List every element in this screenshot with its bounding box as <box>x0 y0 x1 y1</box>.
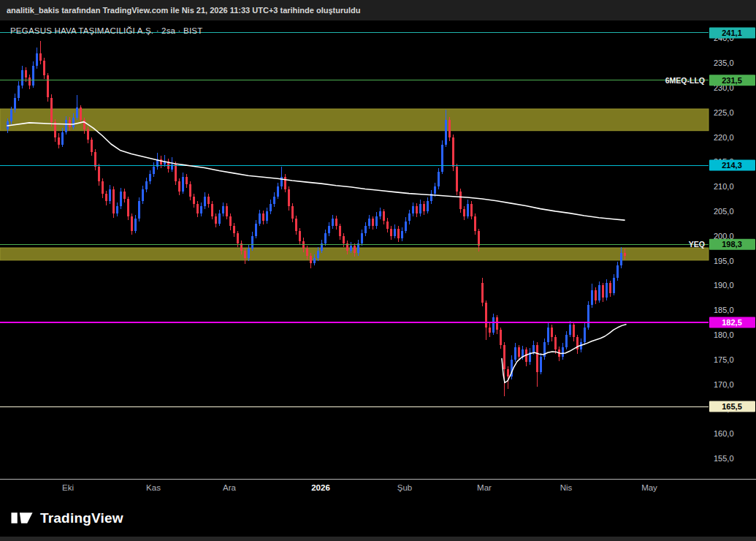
chart-title: PEGASUS HAVA TAŞIMACILIĞI A.Ş. · 2sa · B… <box>10 26 202 35</box>
tradingview-brand[interactable]: TradingView <box>40 510 123 526</box>
price-level-label-text: 231,5 <box>722 76 742 85</box>
price-axis-label: 195,0 <box>714 257 734 265</box>
price-axis[interactable]: 240,0235,0230,0225,0220,0215,0210,0205,0… <box>665 27 755 463</box>
levels-layer <box>0 33 709 406</box>
time-axis-label: Eki <box>62 483 74 492</box>
attribution-text: analitik_bakis tarafından TradingView.co… <box>7 6 360 15</box>
candlestick-chart[interactable]: EkiKasAra2026ŞubMarNisMay240,0235,0230,0… <box>0 20 756 499</box>
time-axis-label: 2026 <box>311 483 330 492</box>
attribution-bar: analitik_bakis tarafından TradingView.co… <box>0 0 756 20</box>
price-axis-label: 180,0 <box>714 330 734 339</box>
long-ma-line[interactable] <box>7 122 625 221</box>
zones-layer <box>0 109 709 260</box>
price-axis-label: 155,0 <box>714 454 734 463</box>
time-axis-label: Ara <box>223 483 237 492</box>
price-axis-label: 220,0 <box>714 133 734 142</box>
price-level-label-text: 165,5 <box>722 402 742 411</box>
time-axis[interactable]: EkiKasAra2026ŞubMarNisMay <box>0 479 756 492</box>
bottom-strip <box>0 537 756 541</box>
price-axis-label: 185,0 <box>714 306 734 314</box>
chart-area[interactable]: EkiKasAra2026ŞubMarNisMay240,0235,0230,0… <box>0 20 756 499</box>
time-axis-label: Nis <box>560 483 573 492</box>
time-axis-label: Şub <box>397 483 412 492</box>
price-axis-label: 170,0 <box>714 380 734 389</box>
price-zone[interactable] <box>0 109 709 131</box>
price-axis-label: 205,0 <box>714 207 734 216</box>
price-level-label-text: 182,5 <box>722 318 742 327</box>
price-level-label-text: 198,3 <box>722 240 742 249</box>
time-axis-label: Kas <box>146 483 161 492</box>
price-axis-label: 235,0 <box>714 58 734 67</box>
tradingview-logo-icon[interactable] <box>10 508 34 528</box>
price-axis-label: 225,0 <box>714 108 734 117</box>
price-axis-label: 190,0 <box>714 281 734 290</box>
candles-layer[interactable] <box>7 41 626 397</box>
time-axis-label: May <box>641 483 657 492</box>
price-level-label-text: 241,1 <box>722 29 742 37</box>
price-axis-label: 160,0 <box>714 429 734 438</box>
time-axis-label: Mar <box>477 483 492 492</box>
level-name-label: 6MEQ-LLQ <box>665 76 705 85</box>
price-axis-label: 175,0 <box>714 355 734 364</box>
price-axis-label: 210,0 <box>714 182 734 191</box>
price-level-label-text: 214,3 <box>722 161 742 170</box>
level-name-label: YEQ <box>689 240 705 249</box>
short-ma-line[interactable] <box>502 325 626 383</box>
footer: TradingView <box>0 499 756 537</box>
